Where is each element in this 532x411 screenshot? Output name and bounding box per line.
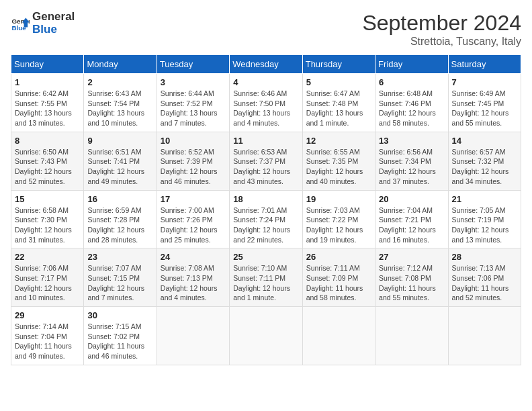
day-info: Sunrise: 6:47 AMSunset: 7:48 PMDaylight:… <box>306 89 371 128</box>
day-number: 30 <box>87 310 152 320</box>
calendar-cell: 20Sunrise: 7:04 AMSunset: 7:21 PMDayligh… <box>375 190 448 248</box>
day-number: 20 <box>379 194 444 204</box>
day-info: Sunrise: 6:46 AMSunset: 7:50 PMDaylight:… <box>233 89 298 128</box>
logo-blue: Blue <box>32 24 75 36</box>
calendar-cell: 25Sunrise: 7:10 AMSunset: 7:11 PMDayligh… <box>230 248 302 307</box>
calendar-cell: 19Sunrise: 7:03 AMSunset: 7:22 PMDayligh… <box>302 190 375 248</box>
calendar-cell: 27Sunrise: 7:12 AMSunset: 7:08 PMDayligh… <box>375 248 448 307</box>
day-number: 11 <box>233 136 298 146</box>
day-number: 25 <box>233 252 298 262</box>
calendar-cell: 24Sunrise: 7:08 AMSunset: 7:13 PMDayligh… <box>157 248 229 307</box>
day-number: 28 <box>452 252 517 262</box>
calendar-cell <box>157 307 229 365</box>
day-number: 12 <box>306 136 371 146</box>
logo-general: General <box>32 10 75 23</box>
day-info: Sunrise: 7:03 AMSunset: 7:22 PMDaylight:… <box>306 205 371 245</box>
calendar-table: SundayMondayTuesdayWednesdayThursdayFrid… <box>11 54 521 365</box>
calendar-cell: 29Sunrise: 7:14 AMSunset: 7:04 PMDayligh… <box>11 307 84 365</box>
day-number: 21 <box>452 194 517 204</box>
day-number: 3 <box>161 77 226 87</box>
calendar-header-tuesday: Tuesday <box>157 55 229 74</box>
calendar-cell: 16Sunrise: 6:59 AMSunset: 7:28 PMDayligh… <box>84 190 157 248</box>
day-number: 24 <box>161 252 226 262</box>
calendar-cell: 6Sunrise: 6:48 AMSunset: 7:46 PMDaylight… <box>375 74 448 132</box>
calendar-cell <box>302 307 375 365</box>
calendar-cell: 1Sunrise: 6:42 AMSunset: 7:55 PMDaylight… <box>11 74 84 132</box>
day-number: 1 <box>15 77 80 87</box>
page-header: General Blue General Blue September 2024… <box>11 11 521 48</box>
day-info: Sunrise: 6:53 AMSunset: 7:37 PMDaylight:… <box>233 147 298 187</box>
day-info: Sunrise: 7:06 AMSunset: 7:17 PMDaylight:… <box>15 263 80 303</box>
calendar-cell: 9Sunrise: 6:51 AMSunset: 7:41 PMDaylight… <box>84 132 157 190</box>
day-info: Sunrise: 6:59 AMSunset: 7:28 PMDaylight:… <box>87 205 152 245</box>
day-number: 13 <box>379 136 444 146</box>
day-info: Sunrise: 7:12 AMSunset: 7:08 PMDaylight:… <box>379 263 444 303</box>
calendar-cell: 22Sunrise: 7:06 AMSunset: 7:17 PMDayligh… <box>11 248 84 307</box>
day-info: Sunrise: 6:50 AMSunset: 7:43 PMDaylight:… <box>15 147 80 187</box>
calendar-cell <box>375 307 448 365</box>
logo: General Blue General Blue <box>11 11 75 36</box>
day-info: Sunrise: 6:48 AMSunset: 7:46 PMDaylight:… <box>379 89 444 128</box>
day-info: Sunrise: 7:01 AMSunset: 7:24 PMDaylight:… <box>233 205 298 245</box>
day-info: Sunrise: 7:11 AMSunset: 7:09 PMDaylight:… <box>306 263 371 303</box>
calendar-cell: 10Sunrise: 6:52 AMSunset: 7:39 PMDayligh… <box>157 132 229 190</box>
calendar-header-sunday: Sunday <box>11 55 84 74</box>
day-info: Sunrise: 6:52 AMSunset: 7:39 PMDaylight:… <box>161 147 226 187</box>
calendar-header-wednesday: Wednesday <box>230 55 302 74</box>
day-number: 2 <box>87 77 152 87</box>
calendar-cell: 3Sunrise: 6:44 AMSunset: 7:52 PMDaylight… <box>157 74 229 132</box>
day-number: 15 <box>15 194 80 204</box>
day-info: Sunrise: 7:13 AMSunset: 7:06 PMDaylight:… <box>452 263 517 303</box>
calendar-cell: 21Sunrise: 7:05 AMSunset: 7:19 PMDayligh… <box>448 190 521 248</box>
calendar-cell <box>230 307 302 365</box>
day-info: Sunrise: 7:14 AMSunset: 7:04 PMDaylight:… <box>15 322 80 361</box>
logo-icon: General Blue <box>11 14 30 33</box>
calendar-week-5: 29Sunrise: 7:14 AMSunset: 7:04 PMDayligh… <box>11 307 521 365</box>
calendar-cell: 13Sunrise: 6:56 AMSunset: 7:34 PMDayligh… <box>375 132 448 190</box>
day-info: Sunrise: 6:57 AMSunset: 7:32 PMDaylight:… <box>452 147 517 187</box>
day-info: Sunrise: 6:49 AMSunset: 7:45 PMDaylight:… <box>452 89 517 128</box>
day-number: 19 <box>306 194 371 204</box>
calendar-header-row: SundayMondayTuesdayWednesdayThursdayFrid… <box>11 55 521 74</box>
calendar-cell: 8Sunrise: 6:50 AMSunset: 7:43 PMDaylight… <box>11 132 84 190</box>
calendar-header-friday: Friday <box>375 55 448 74</box>
calendar-cell: 7Sunrise: 6:49 AMSunset: 7:45 PMDaylight… <box>448 74 521 132</box>
location: Strettoia, Tuscany, Italy <box>362 36 521 48</box>
calendar-week-2: 8Sunrise: 6:50 AMSunset: 7:43 PMDaylight… <box>11 132 521 190</box>
day-number: 8 <box>15 136 80 146</box>
day-info: Sunrise: 6:51 AMSunset: 7:41 PMDaylight:… <box>87 147 152 187</box>
day-number: 18 <box>233 194 298 204</box>
day-info: Sunrise: 6:44 AMSunset: 7:52 PMDaylight:… <box>161 89 226 128</box>
day-number: 5 <box>306 77 371 87</box>
day-info: Sunrise: 7:00 AMSunset: 7:26 PMDaylight:… <box>161 205 226 245</box>
calendar-header-monday: Monday <box>84 55 157 74</box>
day-number: 16 <box>87 194 152 204</box>
day-number: 22 <box>15 252 80 262</box>
month-title: September 2024 <box>362 11 521 36</box>
calendar-week-3: 15Sunrise: 6:58 AMSunset: 7:30 PMDayligh… <box>11 190 521 248</box>
calendar-cell: 14Sunrise: 6:57 AMSunset: 7:32 PMDayligh… <box>448 132 521 190</box>
calendar-cell: 5Sunrise: 6:47 AMSunset: 7:48 PMDaylight… <box>302 74 375 132</box>
day-info: Sunrise: 6:55 AMSunset: 7:35 PMDaylight:… <box>306 147 371 187</box>
day-info: Sunrise: 7:15 AMSunset: 7:02 PMDaylight:… <box>87 322 152 361</box>
day-number: 9 <box>87 136 152 146</box>
day-number: 27 <box>379 252 444 262</box>
day-info: Sunrise: 6:58 AMSunset: 7:30 PMDaylight:… <box>15 205 80 245</box>
day-info: Sunrise: 6:56 AMSunset: 7:34 PMDaylight:… <box>379 147 444 187</box>
calendar-week-1: 1Sunrise: 6:42 AMSunset: 7:55 PMDaylight… <box>11 74 521 132</box>
day-number: 7 <box>452 77 517 87</box>
calendar-cell: 30Sunrise: 7:15 AMSunset: 7:02 PMDayligh… <box>84 307 157 365</box>
calendar-header-saturday: Saturday <box>448 55 521 74</box>
day-number: 26 <box>306 252 371 262</box>
day-number: 10 <box>161 136 226 146</box>
calendar-cell: 26Sunrise: 7:11 AMSunset: 7:09 PMDayligh… <box>302 248 375 307</box>
day-info: Sunrise: 7:10 AMSunset: 7:11 PMDaylight:… <box>233 263 298 303</box>
day-number: 4 <box>233 77 298 87</box>
day-number: 29 <box>15 310 80 320</box>
calendar-cell: 11Sunrise: 6:53 AMSunset: 7:37 PMDayligh… <box>230 132 302 190</box>
title-block: September 2024 Strettoia, Tuscany, Italy <box>362 11 521 48</box>
calendar-cell: 23Sunrise: 7:07 AMSunset: 7:15 PMDayligh… <box>84 248 157 307</box>
calendar-week-4: 22Sunrise: 7:06 AMSunset: 7:17 PMDayligh… <box>11 248 521 307</box>
calendar-body: 1Sunrise: 6:42 AMSunset: 7:55 PMDaylight… <box>11 74 521 365</box>
calendar-cell <box>448 307 521 365</box>
